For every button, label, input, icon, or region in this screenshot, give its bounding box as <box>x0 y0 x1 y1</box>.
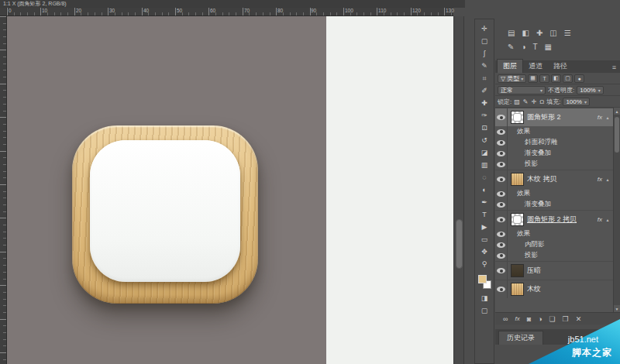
collapse-effects-icon[interactable]: ▴ <box>604 115 611 120</box>
lock-image-pixels-icon[interactable]: ✎ <box>523 98 529 105</box>
visibility-toggle[interactable] <box>495 159 508 170</box>
document-tab[interactable]: 1:1 X (圆角矩形 2, RGB/8) <box>0 0 465 8</box>
history-brush-tool[interactable]: ↺ <box>475 134 494 146</box>
filter-shape-layers-icon[interactable]: ▢ <box>563 74 573 83</box>
effect-row[interactable]: 斜面和浮雕 <box>495 137 613 148</box>
visibility-toggle[interactable] <box>495 262 508 280</box>
tab-channels[interactable]: 通道 <box>523 60 548 73</box>
effect-row[interactable]: 效果 <box>495 188 613 199</box>
effect-name[interactable]: 效果 <box>517 127 530 136</box>
eyedropper-tool[interactable]: ✐ <box>475 84 494 97</box>
fill-dropdown[interactable]: 100% ▾ <box>563 98 589 106</box>
effect-row[interactable]: 渐变叠加 <box>495 148 613 159</box>
visibility-toggle[interactable] <box>495 199 508 210</box>
add-layer-style-icon[interactable]: fx <box>515 315 519 322</box>
visibility-toggle[interactable] <box>495 250 508 261</box>
layer-thumbnail[interactable] <box>511 283 524 296</box>
brush-tool[interactable]: ✑ <box>475 109 494 122</box>
collapse-effects-icon[interactable]: ▴ <box>604 177 611 182</box>
layers-scrollbar-thumb[interactable] <box>615 117 619 153</box>
visibility-toggle[interactable] <box>495 211 508 228</box>
collapse-effects-icon[interactable]: ▴ <box>604 217 611 222</box>
effect-name[interactable]: 投影 <box>525 160 538 169</box>
move-tool[interactable]: ✛ <box>475 22 494 35</box>
layer-row[interactable]: 压暗 <box>495 261 613 280</box>
crop-tool[interactable]: ⌗ <box>475 72 494 84</box>
link-layers-icon[interactable]: ∞ <box>503 315 508 323</box>
scrollbar-thumb[interactable] <box>456 219 463 269</box>
color-swatches[interactable] <box>475 273 494 292</box>
panel-menu-icon[interactable]: ≡ <box>612 64 620 73</box>
styles-panel-icon[interactable]: ✚ <box>536 28 542 39</box>
visibility-toggle[interactable] <box>495 239 508 250</box>
gradient-tool[interactable]: ▥ <box>475 159 494 171</box>
effect-row[interactable]: 效果 <box>495 228 613 239</box>
effect-name[interactable]: 斜面和浮雕 <box>525 138 558 147</box>
opacity-dropdown[interactable]: 100% ▾ <box>577 86 603 94</box>
filter-kind-dropdown[interactable]: ▽ 类型 ▾ <box>498 74 526 83</box>
canvas-vertical-scrollbar[interactable] <box>453 16 464 364</box>
layer-name[interactable]: 木纹 拷贝 <box>527 174 598 184</box>
paragraph-panel-icon[interactable]: ▦ <box>545 42 552 53</box>
layer-thumbnail[interactable] <box>511 213 524 226</box>
effect-row[interactable]: 渐变叠加 <box>495 199 613 210</box>
layer-thumbnail[interactable] <box>511 173 524 186</box>
effect-name[interactable]: 渐变叠加 <box>525 200 551 209</box>
tab-paths[interactable]: 路径 <box>548 60 573 73</box>
effect-row[interactable]: 效果 <box>495 126 613 137</box>
scroll-down-icon[interactable]: ▼ <box>614 305 620 312</box>
tab-layers[interactable]: 图层 <box>497 59 523 73</box>
visibility-toggle[interactable] <box>495 228 508 239</box>
filter-smart-objects-icon[interactable]: ● <box>574 74 584 83</box>
layer-name[interactable]: 压暗 <box>527 266 611 276</box>
layer-row[interactable]: 木纹 <box>495 280 613 298</box>
effect-row[interactable]: 内阴影 <box>495 239 613 250</box>
effect-name[interactable]: 投影 <box>525 251 538 260</box>
visibility-toggle[interactable] <box>495 137 508 148</box>
quick-mask-icon[interactable]: ◨ <box>475 292 494 304</box>
effect-row[interactable]: 投影 <box>495 159 613 170</box>
lock-transparent-pixels-icon[interactable]: ▨ <box>514 98 520 105</box>
pen-tool[interactable]: ✒ <box>475 196 494 208</box>
layer-name[interactable]: 圆角矩形 2 <box>527 112 598 122</box>
visibility-toggle[interactable] <box>495 126 508 137</box>
effect-name[interactable]: 效果 <box>517 189 530 198</box>
layers-scrollbar[interactable]: ▲ ▼ <box>613 108 620 312</box>
foreground-color-swatch[interactable] <box>478 275 487 283</box>
adjustments-panel-icon[interactable]: ◧ <box>522 28 529 39</box>
lock-all-icon[interactable]: Ω <box>539 98 544 105</box>
marquee-tool[interactable]: ▢ <box>475 35 494 47</box>
layer-name[interactable]: 木纹 <box>527 284 611 294</box>
ruler-corner[interactable] <box>0 8 7 16</box>
hand-tool[interactable]: ✥ <box>475 246 494 258</box>
quick-selection-tool[interactable]: ✎ <box>475 60 494 72</box>
effect-name[interactable]: 渐变叠加 <box>525 149 551 158</box>
clone-stamp-tool[interactable]: ⊡ <box>475 122 494 134</box>
blur-tool[interactable]: ◌ <box>475 171 494 184</box>
layer-row-selected[interactable]: 圆角矩形 2 fx ▴ <box>495 108 613 126</box>
effect-name[interactable]: 内阴影 <box>525 240 545 249</box>
dodge-tool[interactable]: ◐ <box>475 184 494 196</box>
filter-image-layers-icon[interactable]: ▦ <box>528 74 538 83</box>
color-panel-icon[interactable]: ▤ <box>508 28 515 39</box>
filter-adjustment-layers-icon[interactable]: ◧ <box>551 74 561 83</box>
character-panel-icon[interactable]: T <box>532 42 537 53</box>
filter-type-layers-icon[interactable]: T <box>539 74 549 83</box>
visibility-toggle[interactable] <box>495 108 508 126</box>
visibility-toggle[interactable] <box>495 148 508 159</box>
layer-row[interactable]: 圆角矩形 2 拷贝 fx ▴ <box>495 210 613 228</box>
healing-brush-tool[interactable]: ✚ <box>475 97 494 109</box>
layer-name[interactable]: 圆角矩形 2 拷贝 <box>527 215 598 225</box>
lasso-tool[interactable]: ʃ <box>475 47 494 60</box>
swatches-panel-icon[interactable]: ◫ <box>549 28 556 39</box>
clone-source-panel-icon[interactable]: ◑ <box>521 42 525 53</box>
canvas-area[interactable] <box>7 16 453 364</box>
lock-position-icon[interactable]: ✛ <box>532 98 537 105</box>
layer-row[interactable]: 木纹 拷贝 fx ▴ <box>495 170 613 188</box>
path-selection-tool[interactable]: ▶ <box>475 221 494 233</box>
visibility-toggle[interactable] <box>495 188 508 199</box>
blend-mode-dropdown[interactable]: 正常 ▾ <box>498 86 546 94</box>
eraser-tool[interactable]: ◪ <box>475 146 494 159</box>
type-tool[interactable]: T <box>475 208 494 221</box>
zoom-tool[interactable]: ⚲ <box>475 258 494 270</box>
